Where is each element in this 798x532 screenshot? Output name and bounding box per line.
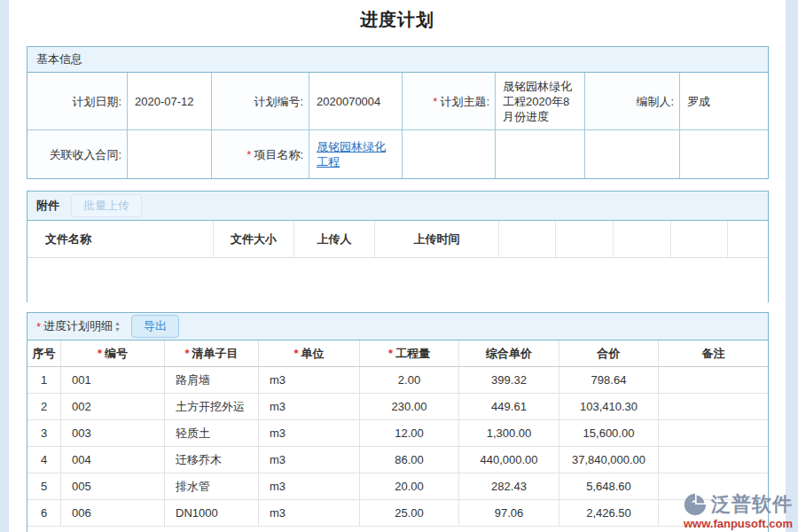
basic-info-section: 基本信息 计划日期: 2020-07-12 计划编号: 2020070004 *… (27, 46, 769, 179)
attachment-table-body (27, 258, 768, 302)
table-cell: m3 (259, 367, 360, 393)
detail-section: * 进度计划明细 ▲ ▼ 导出 序号*编号*清单子目*单位*工程量综合单价合价备… (27, 312, 769, 532)
attachment-column-header: 上传人 (294, 221, 375, 257)
table-cell: 440,000.00 (459, 447, 559, 473)
table-cell: 449.61 (459, 394, 559, 419)
table-cell: 2.00 (360, 367, 459, 393)
table-cell: 3 (27, 420, 61, 446)
project-name-link[interactable]: 晟铭园林绿化工程 (317, 139, 396, 169)
detail-section-title: 进度计划明细 (43, 318, 113, 334)
table-cell: 2 (27, 394, 61, 419)
required-icon: * (184, 347, 189, 360)
table-cell: 5 (27, 473, 61, 499)
required-icon: * (246, 147, 251, 162)
table-row: 4004迁移乔木m386.00440,000.0037,840,000.00 (27, 447, 768, 473)
table-cell: 6 (27, 500, 61, 526)
table-row: 3003轻质土m312.001,300.0015,600.00 (27, 420, 768, 447)
table-cell: 230.00 (360, 394, 459, 419)
attachment-empty-column (499, 221, 556, 257)
required-icon: * (388, 347, 393, 360)
table-cell: 12.00 (360, 420, 459, 446)
basic-info-row-2: 关联收入合同: * 项目名称: 晟铭园林绿化工程 (27, 129, 768, 178)
table-cell (659, 367, 768, 393)
attachment-empty-column (556, 221, 614, 257)
plan-subject-value: 晟铭园林绿化工程2020年8月份进度 (495, 73, 584, 129)
detail-header-row: 序号*编号*清单子目*单位*工程量综合单价合价备注 (27, 340, 768, 367)
table-cell: 4 (27, 447, 61, 473)
plan-no-label: 计划编号: (211, 73, 309, 129)
table-cell: 路肩墙 (165, 367, 259, 393)
project-name-label-text: 项目名称: (254, 147, 303, 162)
table-cell: 20.00 (360, 473, 459, 499)
required-icon: * (293, 347, 298, 360)
empty-cell (495, 130, 584, 178)
table-cell: 1,300.00 (459, 420, 559, 446)
table-cell: DN1000 (165, 500, 259, 526)
table-cell: 15,600.00 (559, 420, 659, 446)
table-row: 6006DN1000m325.0097.062,426.50 (27, 500, 768, 527)
detail-section-header: * 进度计划明细 ▲ ▼ 导出 (27, 313, 768, 340)
table-row: 5005排水管m320.00282.435,648.60 (27, 473, 768, 500)
sort-spinner[interactable]: ▲ ▼ (114, 320, 121, 332)
column-header-label: 清单子目 (192, 346, 239, 362)
spinner-down-icon[interactable]: ▼ (114, 326, 121, 332)
basic-info-title: 基本信息 (36, 51, 82, 67)
table-row: 1001路肩墙m32.00399.32798.64 (27, 367, 768, 394)
spinner-up-icon[interactable]: ▲ (114, 320, 121, 326)
attachment-column-header: 文件大小 (214, 221, 294, 257)
table-cell: 25.00 (360, 500, 459, 526)
table-cell: m3 (259, 394, 360, 419)
export-button[interactable]: 导出 (131, 315, 179, 338)
related-contract-value (127, 130, 211, 178)
empty-cell (402, 130, 495, 178)
column-header: 备注 (659, 340, 768, 366)
plan-date-value: 2020-07-12 (127, 73, 211, 129)
table-cell: 排水管 (165, 473, 259, 499)
table-cell: 282.43 (459, 473, 559, 499)
plan-subject-label: * 计划主题: (402, 73, 495, 129)
table-cell (659, 447, 768, 473)
column-header: 序号 (27, 340, 61, 366)
table-cell: 97.06 (459, 500, 559, 526)
table-cell: 002 (61, 394, 165, 419)
batch-upload-button[interactable]: 批量上传 (71, 194, 142, 217)
table-cell: 2,426.50 (559, 500, 659, 526)
table-cell: m3 (259, 420, 360, 446)
column-header-label: 合价 (598, 346, 621, 362)
table-cell: 001 (61, 367, 165, 393)
attachment-header-row: 文件名称文件大小上传人上传时间 (27, 221, 768, 258)
column-header-label: 备注 (702, 346, 725, 362)
fanpu-logo-icon (683, 493, 708, 516)
table-cell: 006 (61, 500, 165, 526)
required-icon: * (36, 320, 41, 333)
creator-label: 编制人: (584, 73, 679, 129)
column-header: *工程量 (360, 340, 459, 366)
project-name-label: * 项目名称: (211, 130, 309, 178)
table-cell: 5,648.60 (559, 473, 659, 499)
column-header: *清单子目 (165, 340, 259, 366)
table-cell: 103,410.30 (559, 394, 659, 419)
table-cell (659, 394, 768, 419)
table-cell: m3 (259, 473, 360, 499)
empty-cell (679, 130, 768, 178)
column-header-label: 编号 (105, 346, 128, 362)
required-icon: * (433, 94, 437, 109)
attachment-column-header: 上传时间 (375, 221, 499, 257)
column-header: *编号 (61, 340, 165, 366)
table-cell: 轻质土 (165, 420, 259, 446)
table-cell: 86.00 (360, 447, 459, 473)
basic-info-row-1: 计划日期: 2020-07-12 计划编号: 2020070004 * 计划主题… (27, 73, 768, 129)
attachment-empty-column (614, 221, 671, 257)
column-header-label: 单位 (301, 346, 325, 362)
table-cell: 1 (27, 367, 61, 393)
plan-date-label: 计划日期: (27, 73, 127, 129)
table-cell: 土方开挖外运 (165, 394, 259, 419)
table-cell: 005 (61, 473, 165, 499)
plan-no-value: 2020070004 (309, 73, 402, 129)
table-cell: m3 (259, 500, 360, 526)
attachments-header: 附件 批量上传 (27, 192, 768, 221)
table-row: 2002土方开挖外运m3230.00449.61103,410.30 (27, 394, 768, 420)
attachment-empty-column (671, 221, 728, 257)
table-cell: 003 (61, 420, 165, 446)
column-header-label: 序号 (33, 346, 56, 362)
